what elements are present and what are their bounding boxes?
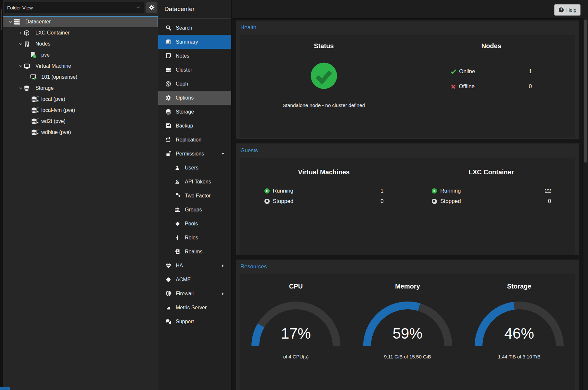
- expander-chevron-down-icon[interactable]: [7, 20, 14, 24]
- menu-item-firewall[interactable]: Firewall: [158, 287, 231, 301]
- shield-icon: [166, 291, 171, 296]
- menu-item-metric-server[interactable]: Metric Server: [158, 301, 231, 315]
- health-nodes-column: Nodes Online1Offline0: [408, 35, 575, 139]
- guest-row-label: Running: [440, 188, 461, 194]
- menu-item-storage[interactable]: Storage: [158, 105, 231, 119]
- help-button[interactable]: ? Help: [554, 4, 581, 16]
- stopped-icon: [264, 198, 270, 204]
- tree-item-label: local-lvm (pve): [41, 107, 75, 113]
- expander-chevron-right-icon[interactable]: [17, 31, 24, 35]
- gauge-title: CPU: [289, 283, 303, 290]
- menu-item-backup[interactable]: Backup: [158, 119, 231, 133]
- user-outline-icon: [174, 179, 181, 184]
- storage-drive-icon: [30, 118, 39, 125]
- node-status-value: 1: [529, 68, 532, 75]
- content-topbar: ? Help: [232, 0, 588, 19]
- expander-chevron-down-icon[interactable]: [17, 42, 24, 46]
- left-scrollbar-thumb[interactable]: [1, 9, 2, 30]
- guest-row-label: Stopped: [273, 198, 293, 205]
- menu-item-support[interactable]: Support: [158, 315, 231, 329]
- content-scrollbar-thumb[interactable]: [584, 20, 587, 163]
- tree-item-label: local (pve): [41, 96, 65, 102]
- tree-item-101-opnsense[interactable]: 101 (opnsense): [3, 72, 158, 83]
- menu-item-label: Realms: [185, 249, 202, 255]
- caret-right-icon: [221, 292, 225, 296]
- menu-item-label: Cluster: [176, 67, 192, 73]
- tree-item-local-lvm-pve[interactable]: local-lvm (pve): [3, 105, 158, 116]
- tree-item-local-pve[interactable]: local (pve): [3, 94, 158, 105]
- node-status-row-online: Online1: [451, 64, 532, 79]
- guest-row-running: Running1: [264, 186, 384, 196]
- gauge-title: Memory: [395, 283, 420, 290]
- tree-item-virtual-machine[interactable]: Virtual Machine: [3, 61, 158, 72]
- expander-chevron-down-icon[interactable]: [17, 86, 24, 90]
- menu-item-realms[interactable]: Realms: [158, 245, 231, 259]
- menu-item-replication[interactable]: Replication: [158, 133, 231, 147]
- menu-item-pools[interactable]: Pools: [158, 217, 231, 231]
- stopped-icon: [431, 198, 437, 204]
- cube-icon: [24, 30, 33, 36]
- menu-item-users[interactable]: Users: [158, 161, 231, 175]
- tree-item-pve[interactable]: pve: [3, 49, 158, 61]
- menu-item-groups[interactable]: Groups: [158, 203, 231, 217]
- menu-item-permissions[interactable]: Permissions: [158, 147, 231, 161]
- node-status-row-offline: Offline0: [451, 79, 532, 94]
- chevron-down-icon: [19, 42, 23, 46]
- storage-drive-icon: [30, 96, 39, 102]
- menu-item-ha[interactable]: HA: [158, 259, 231, 273]
- menu-item-search[interactable]: Search: [158, 21, 231, 35]
- caret-right-icon: [221, 264, 225, 268]
- gear-icon: [165, 95, 171, 101]
- address-book-icon: [175, 249, 180, 254]
- caret-down-icon: [221, 152, 225, 156]
- summary-content: Health Status Standalone node - no clust…: [232, 19, 583, 390]
- tree-item-wdblue-pve[interactable]: wdblue (pve): [3, 127, 158, 138]
- ceph-icon: [165, 81, 171, 87]
- search-icon: [166, 25, 171, 31]
- question-icon: ?: [558, 7, 564, 13]
- guest-row-value: 1: [380, 188, 383, 194]
- menu-item-two-factor[interactable]: Two Factor: [158, 189, 231, 203]
- resource-gauge-storage: Storage46%1.44 TiB of 3.10 TiB: [463, 274, 575, 390]
- guests-panel-title: Guests: [236, 143, 579, 158]
- menu-item-acme[interactable]: ACME: [158, 273, 231, 287]
- tree-item-storage[interactable]: Storage: [3, 83, 158, 94]
- key-icon: [174, 193, 181, 198]
- menu-item-cluster[interactable]: Cluster: [158, 63, 231, 77]
- group-icon: [174, 207, 180, 213]
- tree-item-wd2t-pve[interactable]: wd2t (pve): [3, 116, 158, 127]
- resources-panel-title: Resources: [236, 260, 579, 274]
- view-selector-value: Folder View: [7, 5, 33, 10]
- tree-toolbar: Folder View: [3, 1, 158, 14]
- floppy-icon: [165, 123, 172, 128]
- tree-item-nodes[interactable]: Nodes: [3, 38, 158, 49]
- chevron-down-icon: [19, 64, 23, 68]
- server-stack-icon: [14, 18, 21, 25]
- menu-title: Datacenter: [158, 0, 231, 19]
- user-outline-icon: [175, 179, 180, 184]
- tree-item-lxc-container[interactable]: LXC Container: [3, 27, 158, 38]
- menu-item-roles[interactable]: Roles: [158, 231, 231, 245]
- guests-rows: Running1Stopped0: [264, 186, 384, 207]
- chevron-right-icon: [19, 31, 23, 35]
- tag-icon: [175, 221, 180, 226]
- view-selector-dropdown[interactable]: Folder View: [4, 2, 144, 13]
- tree-item-datacenter[interactable]: Datacenter: [3, 16, 158, 27]
- chart-icon: [165, 305, 171, 311]
- status-message: Standalone node - no cluster defined: [283, 102, 365, 108]
- menu-item-options[interactable]: Options: [158, 91, 231, 105]
- guests-rows: Running22Stopped0: [431, 186, 551, 207]
- tree-settings-button[interactable]: [146, 2, 157, 13]
- search-icon: [165, 25, 172, 31]
- chevron-down-icon: [136, 5, 141, 10]
- resource-tree-panel: Folder View DatacenterLXC ContainerNodes…: [3, 0, 158, 390]
- menu-item-api-tokens[interactable]: API Tokens: [158, 175, 231, 189]
- storage-drive-icon: [30, 129, 39, 136]
- menu-item-ceph[interactable]: Ceph: [158, 77, 231, 91]
- guests-column-virtual-machines: Virtual MachinesRunning1Stopped0: [240, 158, 408, 255]
- menu-item-summary[interactable]: Summary: [158, 35, 231, 49]
- content-scrollbar[interactable]: [583, 0, 588, 390]
- resource-tree: DatacenterLXC ContainerNodespveVirtual M…: [3, 16, 158, 138]
- menu-item-notes[interactable]: Notes: [158, 49, 231, 63]
- expander-chevron-down-icon[interactable]: [17, 64, 24, 68]
